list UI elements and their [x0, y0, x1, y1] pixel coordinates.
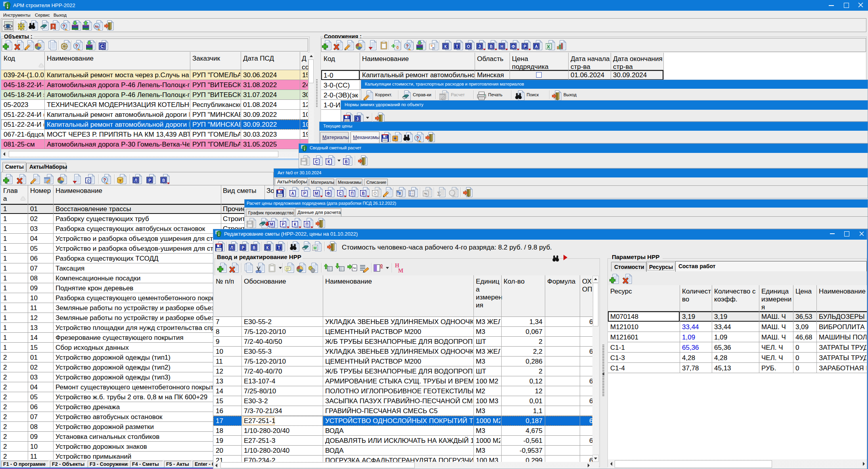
- svg-text:М: М: [270, 222, 273, 227]
- svg-text:Р: Р: [523, 44, 526, 49]
- svg-text:M: M: [398, 268, 403, 273]
- svg-text:M: M: [313, 246, 316, 250]
- svg-text:К: К: [328, 160, 330, 164]
- svg-text:М: М: [315, 191, 318, 196]
- svg-text:Σ: Σ: [437, 191, 441, 197]
- svg-text:?: ?: [75, 44, 78, 49]
- svg-text:?: ?: [416, 135, 419, 141]
- svg-text:Р: Р: [282, 222, 285, 227]
- svg-text:3: 3: [356, 117, 359, 121]
- svg-text:В: В: [345, 160, 347, 164]
- svg-text:Р: Р: [241, 246, 244, 250]
- svg-text:?: ?: [119, 179, 121, 183]
- svg-text:0: 0: [87, 178, 90, 183]
- svg-text:Л: Л: [134, 178, 137, 183]
- svg-text:К: К: [266, 246, 269, 250]
- svg-text:К: К: [444, 44, 447, 49]
- svg-text:В: В: [162, 178, 165, 183]
- svg-text:О: О: [374, 191, 377, 196]
- svg-text:О: О: [467, 44, 470, 49]
- svg-text:3: 3: [52, 24, 54, 28]
- svg-text:0: 0: [380, 263, 383, 268]
- svg-text:В: В: [490, 44, 492, 49]
- svg-text:Р: Р: [303, 191, 306, 196]
- svg-text:С: С: [315, 160, 318, 164]
- svg-text:X: X: [547, 44, 550, 49]
- svg-text:А: А: [535, 44, 538, 49]
- svg-text:В: В: [253, 246, 255, 250]
- svg-text:П: П: [305, 222, 308, 227]
- svg-text:Р: Р: [148, 178, 151, 183]
- svg-text:№: №: [95, 25, 99, 29]
- svg-text:?: ?: [406, 44, 408, 49]
- svg-text:Л: Л: [230, 246, 233, 250]
- svg-text:Т: Т: [278, 246, 280, 250]
- svg-text:п: п: [432, 46, 434, 50]
- svg-text:Т: Т: [456, 44, 458, 49]
- svg-text:В: В: [362, 191, 364, 196]
- svg-text:З: З: [478, 44, 481, 49]
- svg-text:0: 0: [397, 46, 399, 50]
- svg-text:Ф: Ф: [512, 44, 515, 49]
- svg-text:П: П: [351, 191, 353, 196]
- svg-text:А: А: [291, 191, 294, 196]
- svg-text:?: ?: [103, 177, 106, 183]
- svg-text:Ф: Ф: [327, 191, 330, 196]
- svg-text:№: №: [353, 266, 356, 270]
- svg-text:?: ?: [62, 24, 65, 29]
- svg-text:%: %: [424, 192, 427, 196]
- svg-text:C: C: [101, 44, 104, 49]
- svg-text:К: К: [294, 222, 297, 227]
- svg-text:С: С: [339, 191, 341, 196]
- svg-text:Н: Н: [500, 44, 503, 49]
